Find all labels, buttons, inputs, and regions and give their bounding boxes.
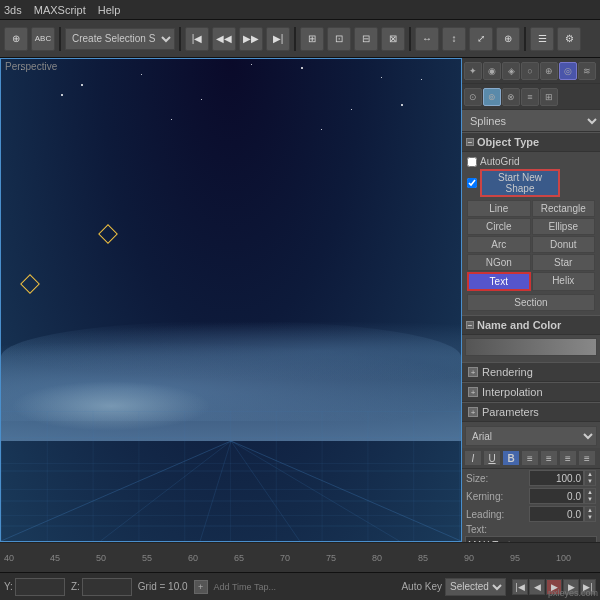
kerning-label: Kerning: [466, 491, 503, 502]
grid-label: Grid = 10.0 [138, 581, 188, 592]
shape-rectangle[interactable]: Rectangle [532, 200, 596, 217]
icon-tab-r1[interactable]: ⊙ [464, 88, 482, 106]
status-bar: Y: Z: Grid = 10.0 + Add Time Tap... Auto… [0, 572, 600, 600]
parameters-label: Parameters [482, 406, 539, 418]
autogrid-row: AutoGrid [465, 155, 597, 168]
format-underline[interactable]: U [483, 450, 501, 466]
size-row: Size: ▲ ▼ [462, 469, 600, 487]
menu-help[interactable]: Help [98, 4, 121, 16]
icon-tab-r2-active[interactable]: ⊚ [483, 88, 501, 106]
toolbar-btn-3[interactable]: ⊡ [327, 27, 351, 51]
toolbar-btn-abc[interactable]: ABC [31, 27, 55, 51]
plus-icon-interpolation[interactable]: + [468, 387, 478, 397]
plus-icon-rendering[interactable]: + [468, 367, 478, 377]
icon-tab-camera[interactable]: ◉ [483, 62, 501, 80]
collapse-icon[interactable]: − [466, 138, 474, 146]
menu-3ds[interactable]: 3ds [4, 4, 22, 16]
parameters-section[interactable]: + Parameters [462, 402, 600, 422]
leading-input[interactable] [529, 506, 584, 522]
toolbar-nav-3[interactable]: ▶▶ [239, 27, 263, 51]
format-align-right[interactable]: ≡ [559, 450, 577, 466]
toolbar: ⊕ ABC Create Selection S... |◀ ◀◀ ▶▶ ▶| … [0, 20, 600, 58]
text-format-bar: I U B ≡ ≡ ≡ ≡ [462, 448, 600, 469]
icon-tab-r3[interactable]: ⊗ [502, 88, 520, 106]
icon-tab-r4[interactable]: ≡ [521, 88, 539, 106]
interpolation-section[interactable]: + Interpolation [462, 382, 600, 402]
shape-grid: Line Rectangle Circle Ellipse Arc Donut … [465, 198, 597, 293]
icon-tab-light[interactable]: ✦ [464, 62, 482, 80]
play-prev[interactable]: ◀ [529, 579, 545, 595]
leading-spinner[interactable]: ▲ ▼ [584, 506, 596, 522]
toolbar-btn-8[interactable]: ⤢ [469, 27, 493, 51]
viewport-grid [1, 411, 461, 541]
toolbar-btn-4[interactable]: ⊟ [354, 27, 378, 51]
kerning-spinner[interactable]: ▲ ▼ [584, 488, 596, 504]
tl-65: 65 [234, 553, 280, 563]
shape-text[interactable]: Text [467, 272, 531, 291]
splines-dropdown[interactable]: Splines [462, 110, 600, 132]
object-type-body: AutoGrid Start New Shape Line Rectangle … [462, 152, 600, 315]
tl-75: 75 [326, 553, 372, 563]
kerning-input[interactable] [529, 488, 584, 504]
object-type-header[interactable]: − Object Type [462, 132, 600, 152]
shape-line[interactable]: Line [467, 200, 531, 217]
toolbar-btn-10[interactable]: ☰ [530, 27, 554, 51]
autogrid-checkbox[interactable] [467, 157, 477, 167]
format-bold[interactable]: B [502, 450, 520, 466]
toolbar-btn-11[interactable]: ⚙ [557, 27, 581, 51]
shape-section[interactable]: Section [467, 294, 595, 311]
timeline: 40 45 50 55 60 65 70 75 80 85 90 95 100 [0, 542, 600, 572]
toolbar-btn-7[interactable]: ↕ [442, 27, 466, 51]
start-new-shape-btn[interactable]: Start New Shape [480, 169, 560, 197]
icon-tabs-row2: ⊙ ⊚ ⊗ ≡ ⊞ [462, 84, 600, 110]
toolbar-nav-1[interactable]: |◀ [185, 27, 209, 51]
y-label: Y: [4, 581, 13, 592]
shape-star[interactable]: Star [532, 254, 596, 271]
shape-arc[interactable]: Arc [467, 236, 531, 253]
size-spinner[interactable]: ▲ ▼ [584, 470, 596, 486]
font-dropdown[interactable]: Arial [465, 426, 597, 446]
rendering-section[interactable]: + Rendering [462, 362, 600, 382]
shape-donut[interactable]: Donut [532, 236, 596, 253]
toolbar-btn-6[interactable]: ↔ [415, 27, 439, 51]
create-selection-dropdown[interactable]: Create Selection S... [65, 28, 175, 50]
name-and-color-header[interactable]: − Name and Color [462, 315, 600, 335]
format-italic[interactable]: I [464, 450, 482, 466]
format-justify[interactable]: ≡ [578, 450, 596, 466]
shape-ngon[interactable]: NGon [467, 254, 531, 271]
icon-tab-active[interactable]: ◎ [559, 62, 577, 80]
y-input[interactable] [15, 578, 65, 596]
format-align-left[interactable]: ≡ [521, 450, 539, 466]
icon-tab-particles[interactable]: ≋ [578, 62, 596, 80]
plus-icon-parameters[interactable]: + [468, 407, 478, 417]
icon-tab-helpers[interactable]: ⊕ [540, 62, 558, 80]
toolbar-btn-2[interactable]: ⊞ [300, 27, 324, 51]
toolbar-btn-9[interactable]: ⊕ [496, 27, 520, 51]
format-align-center[interactable]: ≡ [540, 450, 558, 466]
toolbar-btn-5[interactable]: ⊠ [381, 27, 405, 51]
play-begin[interactable]: |◀ [512, 579, 528, 595]
z-input[interactable] [82, 578, 132, 596]
shape-circle[interactable]: Circle [467, 218, 531, 235]
menu-maxscript[interactable]: MAXScript [34, 4, 86, 16]
shape-helix[interactable]: Helix [532, 272, 596, 291]
viewport-label: Perspective [5, 61, 57, 72]
auto-key-select[interactable]: Selected [445, 578, 506, 596]
start-new-shape-row: Start New Shape [465, 168, 597, 198]
collapse-icon-2[interactable]: − [466, 321, 474, 329]
toolbar-btn-1[interactable]: ⊕ [4, 27, 28, 51]
icon-tabs-row1: ✦ ◉ ◈ ○ ⊕ ◎ ≋ [462, 58, 600, 84]
icon-tab-shapes[interactable]: ○ [521, 62, 539, 80]
shape-ellipse[interactable]: Ellipse [532, 218, 596, 235]
parameters-body: Arial I U B ≡ ≡ ≡ ≡ Size: ▲ ▼ [462, 422, 600, 542]
y-field: Y: [4, 578, 65, 596]
color-bar[interactable] [465, 338, 597, 356]
icon-tab-r5[interactable]: ⊞ [540, 88, 558, 106]
size-input[interactable] [529, 470, 584, 486]
icon-tab-geo[interactable]: ◈ [502, 62, 520, 80]
toolbar-nav-4[interactable]: ▶| [266, 27, 290, 51]
start-new-shape-checkbox[interactable] [467, 178, 477, 188]
toolbar-nav-2[interactable]: ◀◀ [212, 27, 236, 51]
viewport[interactable]: Perspective [0, 58, 462, 542]
add-time-key-btn[interactable]: + [194, 580, 208, 594]
